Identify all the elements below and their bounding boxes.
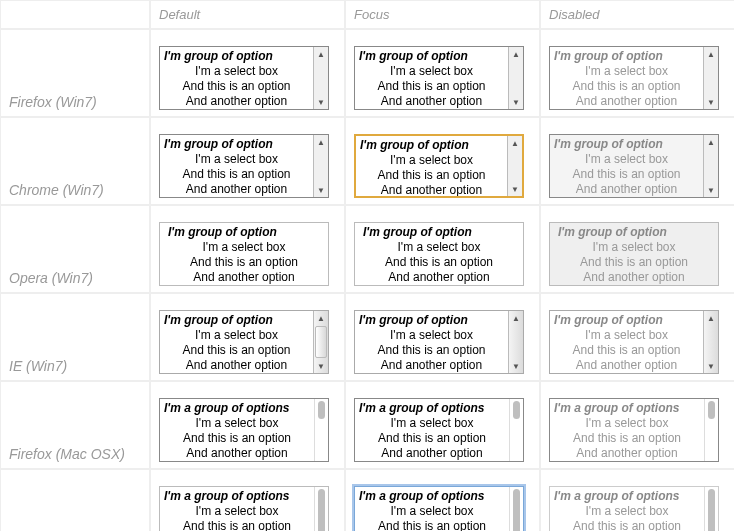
listbox-chrome-win-default[interactable]: I'm group of option I'm a select box And… <box>159 134 329 198</box>
option[interactable]: And another option <box>355 94 508 109</box>
scrollbar[interactable] <box>314 487 328 531</box>
scroll-down-icon[interactable]: ▼ <box>508 182 522 196</box>
listbox-ie-win-focus[interactable]: I'm group of option I'm a select box And… <box>354 310 524 374</box>
optgroup-label: I'm group of option <box>550 313 703 328</box>
header-disabled: Disabled <box>540 0 734 29</box>
scroll-down-icon: ▼ <box>704 183 718 197</box>
listbox-opera-win-focus[interactable]: I'm group of option I'm a select box And… <box>354 222 524 286</box>
option: And this is an option <box>550 519 704 531</box>
option[interactable]: And another option <box>164 270 324 285</box>
option[interactable]: And this is an option <box>164 255 324 270</box>
scroll-down-icon[interactable]: ▼ <box>314 359 328 373</box>
option[interactable]: And another option <box>160 358 313 373</box>
scroll-up-icon[interactable]: ▲ <box>314 311 328 325</box>
option[interactable]: And this is an option <box>355 431 509 446</box>
option[interactable]: I'm a select box <box>355 328 508 343</box>
option[interactable]: And this is an option <box>355 519 509 531</box>
option[interactable]: And another option <box>359 270 519 285</box>
option[interactable]: And this is an option <box>160 79 313 94</box>
option[interactable]: I'm a select box <box>160 328 313 343</box>
option[interactable]: And this is an option <box>355 79 508 94</box>
option[interactable]: I'm a select box <box>355 504 509 519</box>
option[interactable]: And this is an option <box>160 431 314 446</box>
optgroup-label: I'm a group of options <box>160 401 314 416</box>
listbox-chrome-mac-default[interactable]: I'm a group of options I'm a select box … <box>159 486 329 531</box>
scroll-thumb[interactable] <box>513 489 520 531</box>
optgroup-label: I'm a group of options <box>160 489 314 504</box>
option[interactable]: And this is an option <box>160 167 313 182</box>
option[interactable]: I'm a select box <box>355 416 509 431</box>
scrollbar[interactable]: ▲▼ <box>313 311 328 373</box>
option[interactable]: And another option <box>160 94 313 109</box>
scrollbar[interactable]: ▲▼ <box>508 311 523 373</box>
scrollbar[interactable]: ▲▼ <box>313 47 328 109</box>
scrollbar[interactable] <box>314 399 328 461</box>
option[interactable]: I'm a select box <box>160 64 313 79</box>
scrollbar[interactable] <box>509 487 523 531</box>
optgroup-label: I'm group of option <box>160 49 313 64</box>
header-default: Default <box>150 0 345 29</box>
scrollbar: ▲▼ <box>703 311 718 373</box>
listbox-opera-win-default[interactable]: I'm group of option I'm a select box And… <box>159 222 329 286</box>
scroll-down-icon[interactable]: ▼ <box>314 95 328 109</box>
option[interactable]: And another option <box>356 183 507 196</box>
option[interactable]: And another option <box>160 182 313 197</box>
listbox-opera-win-disabled: I'm group of option I'm a select box And… <box>549 222 719 286</box>
optgroup-label: I'm group of option <box>550 137 703 152</box>
scroll-thumb[interactable] <box>315 326 327 358</box>
option[interactable]: I'm a select box <box>160 416 314 431</box>
option: And another option <box>550 446 704 461</box>
scroll-up-icon[interactable]: ▲ <box>508 136 522 150</box>
cell-chrome-win-default: I'm group of option I'm a select box And… <box>150 117 345 205</box>
option[interactable]: I'm a select box <box>359 240 519 255</box>
scroll-thumb[interactable] <box>513 401 520 419</box>
cell-chrome-mac-focus: I'm a group of options I'm a select box … <box>345 469 540 531</box>
scroll-down-icon[interactable]: ▼ <box>509 359 523 373</box>
option[interactable]: I'm a select box <box>160 504 314 519</box>
scrollbar[interactable]: ▲▼ <box>313 135 328 197</box>
listbox-chrome-win-focus[interactable]: I'm group of option I'm a select box And… <box>354 134 524 198</box>
option[interactable]: I'm a select box <box>164 240 324 255</box>
optgroup-label: I'm group of option <box>554 225 714 240</box>
option: And another option <box>550 182 703 197</box>
scroll-up-icon[interactable]: ▲ <box>314 135 328 149</box>
cell-chrome-mac-disabled: I'm a group of options I'm a select box … <box>540 469 734 531</box>
option[interactable]: And another option <box>355 446 509 461</box>
scrollbar[interactable] <box>509 399 523 461</box>
scroll-thumb[interactable] <box>318 489 325 531</box>
option: And another option <box>550 94 703 109</box>
option[interactable]: And this is an option <box>359 255 519 270</box>
scroll-down-icon[interactable]: ▼ <box>314 183 328 197</box>
option: And this is an option <box>550 343 703 358</box>
option[interactable]: And another option <box>160 446 314 461</box>
scrollbar[interactable]: ▲▼ <box>508 47 523 109</box>
option[interactable]: I'm a select box <box>356 153 507 168</box>
listbox-firefox-win-disabled: I'm group of option I'm a select box And… <box>549 46 719 110</box>
listbox-firefox-win-focus[interactable]: I'm group of option I'm a select box And… <box>354 46 524 110</box>
scroll-up-icon[interactable]: ▲ <box>314 47 328 61</box>
listbox-firefox-mac-default[interactable]: I'm a group of options I'm a select box … <box>159 398 329 462</box>
scrollbar: ▲▼ <box>703 47 718 109</box>
option[interactable]: I'm a select box <box>160 152 313 167</box>
option[interactable]: And another option <box>355 358 508 373</box>
listbox-chrome-mac-focus[interactable]: I'm a group of options I'm a select box … <box>354 486 524 531</box>
scroll-thumb[interactable] <box>318 401 325 419</box>
option: And another option <box>550 358 703 373</box>
listbox-firefox-win-default[interactable]: I'm group of option I'm a select box And… <box>159 46 329 110</box>
option: I'm a select box <box>550 64 703 79</box>
scroll-up-icon[interactable]: ▲ <box>509 311 523 325</box>
listbox-ie-win-default[interactable]: I'm group of option I'm a select box And… <box>159 310 329 374</box>
option[interactable]: I'm a select box <box>355 64 508 79</box>
scrollbar[interactable]: ▲▼ <box>507 136 522 196</box>
option[interactable]: And this is an option <box>160 519 314 531</box>
listbox-firefox-mac-focus[interactable]: I'm a group of options I'm a select box … <box>354 398 524 462</box>
optgroup-label: I'm a group of options <box>550 401 704 416</box>
scroll-down-icon[interactable]: ▼ <box>509 95 523 109</box>
option[interactable]: And this is an option <box>356 168 507 183</box>
option[interactable]: And this is an option <box>355 343 508 358</box>
option[interactable]: And this is an option <box>160 343 313 358</box>
optgroup-label: I'm group of option <box>160 137 313 152</box>
cell-firefox-win-focus: I'm group of option I'm a select box And… <box>345 29 540 117</box>
scroll-up-icon[interactable]: ▲ <box>509 47 523 61</box>
scroll-track[interactable] <box>509 325 523 359</box>
